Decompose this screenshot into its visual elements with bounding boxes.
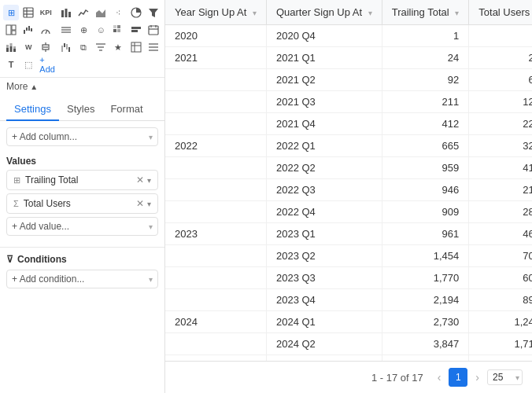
svg-rect-48: [131, 42, 141, 52]
icon-bullet[interactable]: [128, 22, 144, 38]
add-column-label: + Add column...: [12, 131, 77, 142]
icon-filter-widget[interactable]: [93, 39, 109, 55]
svg-rect-23: [113, 29, 116, 32]
icon-pie[interactable]: [128, 5, 144, 20]
svg-rect-26: [131, 30, 138, 32]
icon-pivot-table[interactable]: [128, 39, 144, 55]
more-toggle[interactable]: More ▲: [0, 78, 164, 95]
value-chip-total-users[interactable]: Σ Total Users ✕ ▾: [6, 193, 158, 214]
cell-quarter: 2024 Q1: [266, 311, 382, 333]
add-condition-button[interactable]: + Add condition... ▾: [6, 270, 158, 288]
svg-rect-35: [13, 49, 16, 52]
cell-users: 211: [469, 179, 532, 201]
svg-rect-22: [117, 25, 120, 28]
col-year[interactable]: Year Sign Up At ▾: [165, 0, 266, 25]
trailing-total-more-icon: ▾: [147, 176, 151, 185]
settings-panel: + Add column... ▾ Values ⊞ Trailing Tota…: [0, 121, 164, 247]
icon-text-widget[interactable]: T: [3, 57, 19, 72]
table-row: 2021 2021 Q1 24 23: [165, 47, 532, 69]
cell-quarter: 2023 Q3: [266, 267, 382, 289]
cell-quarter: 2023 Q1: [266, 223, 382, 245]
per-page-wrapper: 10 25 50 100: [487, 369, 523, 385]
table-row: 2021 Q4 412 224: [165, 113, 532, 135]
icon-area[interactable]: [93, 5, 109, 20]
icon-list[interactable]: [58, 22, 74, 38]
icon-boxplot[interactable]: [38, 39, 54, 55]
per-page-select[interactable]: 10 25 50 100: [487, 369, 523, 385]
add-chart-button[interactable]: + Add: [38, 57, 57, 72]
prev-page-button[interactable]: ‹: [436, 371, 443, 384]
col-quarter[interactable]: Quarter Sign Up At ▾: [266, 0, 382, 25]
icon-gauge[interactable]: [38, 22, 54, 38]
cell-quarter: 2024 Q2: [266, 333, 382, 355]
cell-trailing: 211: [382, 91, 469, 113]
tab-styles[interactable]: Styles: [59, 98, 102, 121]
total-users-icon: Σ: [13, 199, 19, 208]
cell-quarter: 2024 Q3: [266, 355, 382, 362]
cell-year: 2020: [165, 25, 266, 47]
total-users-x-button[interactable]: ✕: [136, 198, 144, 209]
cell-quarter: 2021 Q3: [266, 91, 382, 113]
icon-kpi[interactable]: KPI: [38, 5, 54, 20]
cell-year: [165, 201, 266, 223]
cell-quarter: 2021 Q2: [266, 69, 382, 91]
icon-funnel[interactable]: [146, 5, 161, 20]
table-row: 2022 Q4 909 284: [165, 201, 532, 223]
icon-line[interactable]: [76, 5, 91, 20]
table-row: 2021 Q3 211 120: [165, 91, 532, 113]
cell-trailing: 1,770: [382, 267, 469, 289]
chevron-down-icon: ▾: [149, 133, 153, 141]
icon-scatter[interactable]: ⁖: [110, 5, 126, 20]
page-1-button[interactable]: 1: [449, 368, 467, 387]
icon-table[interactable]: [20, 5, 36, 20]
add-column-button[interactable]: + Add column... ▾: [6, 127, 158, 146]
total-users-label: Total Users: [24, 198, 71, 209]
tab-format[interactable]: Format: [102, 98, 150, 121]
cell-trailing: 1: [382, 25, 469, 47]
col-users[interactable]: Total Users ▾: [469, 0, 532, 25]
svg-rect-10: [6, 25, 11, 35]
icon-waterfall2[interactable]: [58, 39, 74, 55]
cell-trailing: 24: [382, 47, 469, 69]
next-page-button[interactable]: ›: [474, 371, 481, 384]
svg-marker-7: [96, 9, 105, 17]
icon-list2[interactable]: [146, 39, 161, 55]
icon-heatmap[interactable]: [110, 22, 126, 38]
table-row: 2024 Q2 3,847 1,717: [165, 333, 532, 355]
icon-star[interactable]: ★: [110, 39, 126, 55]
trailing-total-x-button[interactable]: ✕: [136, 174, 144, 185]
icon-calendar[interactable]: [146, 22, 161, 38]
left-panel: ⊞ KPI ⁖: [0, 0, 165, 393]
cell-year: 2024: [165, 311, 266, 333]
cell-trailing: 412: [382, 113, 469, 135]
cell-users: 890: [469, 289, 532, 311]
icon-image-widget[interactable]: ⬚: [20, 57, 36, 72]
cell-quarter: 2021 Q4: [266, 113, 382, 135]
icon-bar[interactable]: [58, 5, 74, 20]
svg-rect-44: [68, 47, 70, 52]
add-value-button[interactable]: + Add value... ▾: [6, 217, 158, 236]
svg-rect-16: [31, 28, 32, 31]
cell-users: 284: [469, 201, 532, 223]
icon-geo[interactable]: ⊕: [76, 22, 91, 38]
icon-grid[interactable]: ⊞: [3, 5, 19, 20]
value-chip-trailing-total[interactable]: ⊞ Trailing Total ✕ ▾: [6, 170, 158, 190]
page-range-info: 1 - 17 of 17: [371, 372, 423, 384]
cell-year: [165, 267, 266, 289]
add-value-label: + Add value...: [12, 221, 69, 232]
conditions-label-text: Conditions: [17, 254, 67, 265]
icon-word-cloud[interactable]: W: [20, 39, 36, 55]
tab-settings[interactable]: Settings: [6, 98, 59, 121]
svg-rect-27: [149, 26, 158, 35]
table-row: 2022 Q3 946 211: [165, 179, 532, 201]
col-trailing[interactable]: Trailing Total ▾: [382, 0, 469, 25]
table-row: 2023 Q2 1,454 704: [165, 245, 532, 267]
icon-waterfall[interactable]: [20, 22, 36, 38]
icon-emoji[interactable]: ☺: [93, 22, 109, 38]
icon-combo[interactable]: ⧉: [76, 39, 91, 55]
trailing-total-icon: ⊞: [13, 175, 20, 185]
icon-treemap[interactable]: [3, 22, 19, 38]
svg-rect-12: [12, 31, 16, 35]
icon-stacked-bar[interactable]: [3, 39, 19, 55]
cell-quarter: 2020 Q4: [266, 25, 382, 47]
